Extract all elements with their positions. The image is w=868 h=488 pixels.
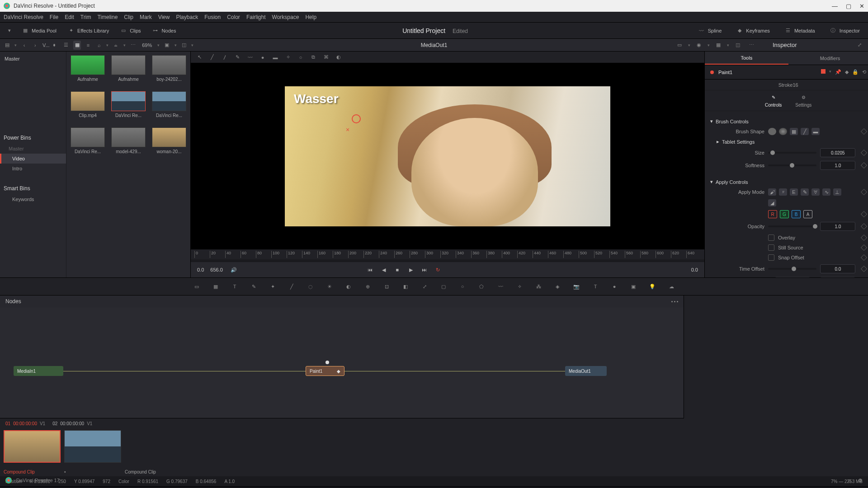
- project-settings-icon[interactable]: ⚙: [858, 478, 863, 483]
- transform-icon[interactable]: ⊡: [381, 281, 392, 292]
- time-offset-input[interactable]: [820, 264, 855, 273]
- maximize-button[interactable]: ▢: [846, 3, 851, 9]
- spline-toggle[interactable]: 〰Spline: [694, 25, 726, 36]
- smart-bins-header[interactable]: Smart Bins: [0, 183, 66, 194]
- nodes-canvas[interactable]: MediaIn1 Paint1◆ MediaOut1: [0, 307, 684, 418]
- brush-tool-icon[interactable]: ✎: [233, 53, 241, 61]
- keyframe-diamond[interactable]: [861, 162, 867, 169]
- mode-clone[interactable]: 〃: [779, 188, 787, 196]
- channel-b[interactable]: B: [792, 210, 801, 218]
- brush-shape-line[interactable]: ╱: [801, 128, 809, 135]
- clip-item[interactable]: Clip.mp4: [70, 91, 105, 124]
- fit-icon[interactable]: ▣: [163, 41, 170, 50]
- clip-item[interactable]: boy-24202...: [151, 55, 187, 88]
- clip-thumb-2[interactable]: [64, 430, 121, 463]
- menu-mark[interactable]: Mark: [140, 14, 152, 20]
- bin-master-item[interactable]: Master: [0, 144, 66, 154]
- power-bins-header[interactable]: Power Bins: [0, 132, 66, 144]
- softness-input[interactable]: [820, 161, 855, 170]
- prender-icon[interactable]: ⁂: [533, 281, 544, 292]
- brush-shape-block[interactable]: ▬: [811, 128, 820, 135]
- menu-davinci[interactable]: DaVinci Resolve: [4, 14, 43, 20]
- menu-clip[interactable]: Clip: [124, 14, 133, 20]
- tab-modifiers[interactable]: Modifiers: [788, 52, 868, 65]
- opacity-slider[interactable]: [768, 225, 816, 227]
- tracker-icon[interactable]: ✦: [267, 281, 278, 292]
- speaker-icon[interactable]: 🔊: [229, 265, 238, 274]
- time-offset-slider[interactable]: [768, 268, 816, 270]
- tablet-settings-header[interactable]: ▸Tablet Settings: [710, 137, 866, 146]
- stop-button[interactable]: ■: [393, 265, 402, 274]
- brush-shape-circle[interactable]: [768, 128, 776, 135]
- home-icon[interactable]: ⌂: [848, 478, 851, 483]
- mask-icon[interactable]: ╱: [286, 281, 297, 292]
- bin-view-icon[interactable]: ▤: [4, 41, 11, 50]
- clip-tab-2[interactable]: 02 00:00:00:00 V1: [51, 420, 94, 427]
- minimize-button[interactable]: —: [832, 3, 838, 9]
- mode-emboss[interactable]: E: [790, 188, 798, 196]
- 3d-icon[interactable]: ◈: [552, 281, 563, 292]
- clone-tool-icon[interactable]: ⧉: [309, 53, 317, 61]
- clip-tab-1[interactable]: 01 00:00:00:00 V1: [4, 420, 47, 427]
- brush-shape-square[interactable]: ▦: [790, 128, 798, 135]
- shape3d-icon[interactable]: ●: [609, 281, 620, 292]
- clip-item[interactable]: Aufnahme: [111, 55, 146, 88]
- clip-item[interactable]: model-429...: [111, 127, 146, 160]
- viewer-opts-icon[interactable]: ⋯: [746, 41, 756, 50]
- particles-icon[interactable]: ✧: [514, 281, 525, 292]
- polyline-tool-icon[interactable]: 〳: [221, 53, 229, 61]
- menu-trim[interactable]: Trim: [80, 14, 91, 20]
- viewer-a-icon[interactable]: ▭: [675, 41, 684, 50]
- first-frame-button[interactable]: ⏮: [366, 265, 375, 274]
- text-icon[interactable]: T: [229, 281, 241, 292]
- matte-icon[interactable]: ◧: [400, 281, 411, 292]
- media-pool-toggle[interactable]: ▦Media Pool: [18, 25, 60, 36]
- overlay-check[interactable]: [768, 235, 774, 241]
- softness-slider[interactable]: [768, 164, 816, 166]
- list-view-icon[interactable]: ☰: [62, 41, 70, 50]
- node-color-swatch[interactable]: [821, 69, 826, 74]
- timeline-ruler[interactable]: 0204060801001201401601802002202402602803…: [191, 249, 704, 259]
- image3d-icon[interactable]: ▣: [627, 281, 639, 292]
- menu-playback[interactable]: Playback: [176, 14, 198, 20]
- strip-view-icon[interactable]: ≡: [85, 41, 92, 50]
- line-tool-icon[interactable]: ╱: [208, 53, 216, 61]
- clip-item[interactable]: DaVinci Re...: [70, 127, 105, 160]
- channel-a[interactable]: A: [803, 210, 812, 218]
- bspline-icon[interactable]: 〰: [495, 281, 506, 292]
- metadata-toggle[interactable]: ☰Metadata: [781, 25, 819, 36]
- prev-icon[interactable]: ‹: [20, 41, 28, 50]
- channel-r[interactable]: R: [768, 210, 777, 218]
- mode-color[interactable]: 🖌: [768, 188, 776, 196]
- clip-item[interactable]: DaVinci Re...: [151, 91, 187, 124]
- render3d-icon[interactable]: ☁: [665, 281, 677, 292]
- subtab-settings[interactable]: ⚙ Settings: [795, 94, 811, 108]
- opacity-input[interactable]: [820, 222, 855, 231]
- wave-tool-icon[interactable]: 〰: [246, 53, 254, 61]
- offset-x-input[interactable]: [775, 277, 810, 277]
- keyframe-diamond[interactable]: [861, 223, 867, 230]
- step-back-button[interactable]: ◀: [379, 265, 388, 274]
- poly-mask-icon[interactable]: ⬠: [476, 281, 487, 292]
- ellipse-mask-icon[interactable]: ○: [457, 281, 468, 292]
- node-view-dot[interactable]: [326, 361, 329, 364]
- blur-icon[interactable]: ◌: [305, 281, 316, 292]
- tab-tools[interactable]: Tools: [705, 52, 788, 65]
- clip-item[interactable]: Aufnahme: [70, 55, 105, 88]
- camera-icon[interactable]: 📷: [571, 281, 582, 292]
- bin-master-header[interactable]: Master: [0, 53, 66, 64]
- channel-g[interactable]: G: [780, 210, 789, 218]
- clips-toggle[interactable]: ▭Clips: [116, 25, 144, 36]
- keyframe-diamond[interactable]: [861, 189, 867, 195]
- pin-icon[interactable]: 📌: [835, 69, 841, 75]
- size-slider[interactable]: [768, 152, 816, 154]
- nodes-options-icon[interactable]: [671, 301, 678, 302]
- keyframe-diamond[interactable]: [861, 211, 867, 217]
- next-icon[interactable]: ›: [32, 41, 39, 50]
- loop-button[interactable]: ↻: [434, 265, 443, 274]
- light-icon[interactable]: 💡: [646, 281, 658, 292]
- menu-file[interactable]: File: [50, 14, 58, 20]
- keyframe-diamond[interactable]: [861, 128, 867, 135]
- reset-icon[interactable]: ⟲: [862, 69, 866, 75]
- menu-fusion[interactable]: Fusion: [204, 14, 221, 20]
